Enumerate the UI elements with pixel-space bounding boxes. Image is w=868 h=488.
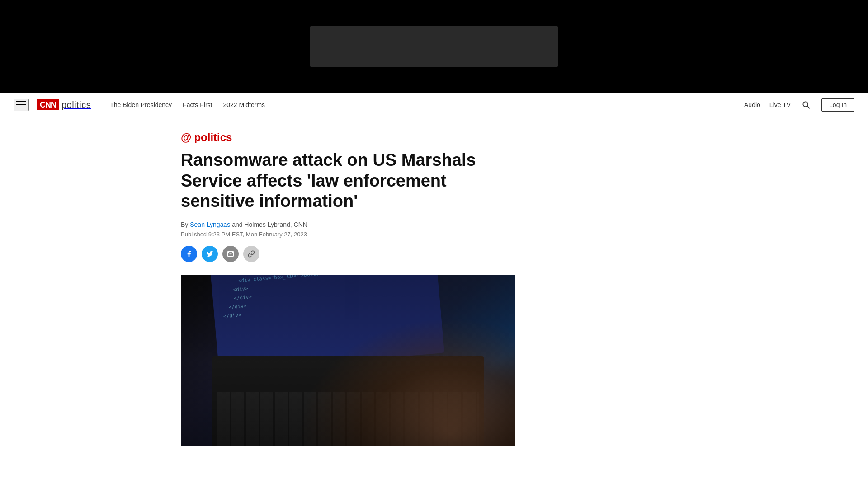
hamburger-line-1: [16, 101, 26, 102]
hamburger-menu[interactable]: [14, 99, 29, 111]
nav-links: The Biden Presidency Facts First 2022 Mi…: [110, 101, 265, 108]
svg-line-1: [807, 106, 810, 108]
navbar-left: CNN politics The Biden Presidency Facts …: [14, 99, 265, 111]
published-date-value: 9:23 PM EST, Mon February 27, 2023: [208, 231, 307, 238]
navbar-right: Audio Live TV Log In: [744, 98, 854, 112]
twitter-share-button[interactable]: [202, 246, 218, 262]
section-tag: @ politics: [181, 131, 515, 144]
publish-date: Published 9:23 PM EST, Mon February 27, …: [181, 231, 515, 238]
navbar: CNN politics The Biden Presidency Facts …: [0, 93, 868, 117]
hamburger-line-2: [16, 104, 26, 105]
content-col: @ politics Ransomware attack on US Marsh…: [172, 117, 524, 465]
top-banner: [0, 0, 868, 93]
byline-prefix: By: [181, 221, 190, 228]
cnn-logo-text: CNN: [37, 99, 59, 110]
nav-link-midterms[interactable]: 2022 Midterms: [223, 101, 265, 108]
ad-slot: [310, 26, 558, 67]
email-icon: [227, 250, 234, 258]
article: @ politics Ransomware attack on US Marsh…: [172, 117, 524, 465]
author-1-link[interactable]: Sean Lyngaas: [190, 221, 230, 228]
social-bar: [181, 246, 515, 262]
at-symbol: @: [181, 131, 191, 144]
byline-connector: and Holmes Lybrand, CNN: [232, 221, 307, 228]
facebook-icon: [185, 250, 193, 258]
layout-wrapper: @ politics Ransomware attack on US Marsh…: [163, 117, 705, 465]
article-image: <div> <div> <div class="boxtitle">Button…: [181, 275, 515, 446]
section-tag-label: politics: [194, 131, 232, 144]
byline: By Sean Lyngaas and Holmes Lybrand, CNN: [181, 221, 515, 228]
cnn-logo-link[interactable]: CNN politics: [37, 99, 91, 110]
twitter-icon: [206, 250, 213, 258]
nav-link-biden-presidency[interactable]: The Biden Presidency: [110, 101, 172, 108]
politics-label: politics: [61, 100, 91, 110]
live-tv-link[interactable]: Live TV: [769, 101, 791, 108]
sidebar: [542, 117, 687, 465]
code-lines: <div> <div> <div class="boxtitle">Button…: [217, 275, 385, 319]
login-button[interactable]: Log In: [821, 98, 854, 112]
published-label: Published: [181, 231, 207, 238]
audio-link[interactable]: Audio: [744, 101, 760, 108]
article-image-bg: <div> <div> <div class="boxtitle">Button…: [181, 275, 515, 446]
search-icon: [802, 100, 811, 109]
search-button[interactable]: [800, 99, 812, 111]
hamburger-line-3: [16, 108, 26, 108]
article-headline: Ransomware attack on US Marshals Service…: [181, 150, 515, 212]
nav-link-facts-first[interactable]: Facts First: [183, 101, 212, 108]
link-icon: [248, 250, 255, 258]
email-share-button[interactable]: [222, 246, 239, 262]
keyboard-area: [217, 392, 479, 446]
facebook-share-button[interactable]: [181, 246, 197, 262]
copy-link-button[interactable]: [243, 246, 259, 262]
